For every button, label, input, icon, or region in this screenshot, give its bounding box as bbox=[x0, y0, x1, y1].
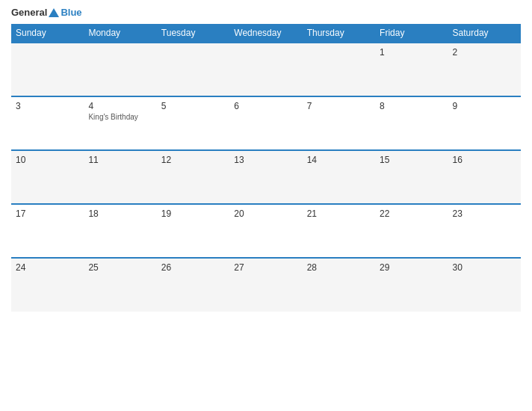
calendar-cell bbox=[11, 43, 84, 96]
calendar-cell: 5 bbox=[157, 96, 229, 150]
calendar-cell: 17 bbox=[11, 204, 84, 258]
calendar-cell: 25 bbox=[84, 258, 156, 312]
day-number: 18 bbox=[88, 208, 152, 219]
calendar-cell: 29 bbox=[375, 258, 448, 312]
day-header-sunday: Sunday bbox=[11, 24, 84, 43]
calendar-cell: 18 bbox=[84, 204, 156, 258]
calendar-cell bbox=[303, 43, 375, 96]
week-row-5: 24252627282930 bbox=[11, 258, 521, 312]
calendar-cell: 16 bbox=[448, 150, 521, 204]
day-number: 12 bbox=[161, 155, 225, 165]
day-header-saturday: Saturday bbox=[448, 24, 521, 43]
calendar-cell: 28 bbox=[303, 258, 375, 312]
calendar-cell: 19 bbox=[157, 204, 229, 258]
day-header-wednesday: Wednesday bbox=[229, 24, 302, 43]
day-number: 4 bbox=[88, 101, 152, 111]
calendar-cell: 4King's Birthday bbox=[84, 96, 156, 150]
holiday-label: King's Birthday bbox=[88, 113, 152, 121]
day-number: 5 bbox=[161, 101, 225, 111]
day-number: 30 bbox=[453, 262, 516, 273]
day-number: 19 bbox=[161, 208, 225, 219]
logo-general-text: General bbox=[11, 7, 47, 18]
day-number: 23 bbox=[453, 208, 516, 219]
calendar-cell: 20 bbox=[229, 204, 302, 258]
day-number: 9 bbox=[453, 101, 516, 111]
calendar-cell: 9 bbox=[448, 96, 521, 150]
day-number: 7 bbox=[307, 101, 371, 111]
day-number: 20 bbox=[234, 208, 297, 219]
calendar-cell: 15 bbox=[375, 150, 448, 204]
calendar-cell: 12 bbox=[157, 150, 229, 204]
calendar-cell: 10 bbox=[11, 150, 84, 204]
calendar-cell: 23 bbox=[448, 204, 521, 258]
day-number: 6 bbox=[234, 101, 297, 111]
calendar-cell: 21 bbox=[303, 204, 375, 258]
day-header-monday: Monday bbox=[84, 24, 156, 43]
day-number: 17 bbox=[16, 208, 79, 219]
logo-blue-text: Blue bbox=[61, 7, 81, 18]
calendar-cell: 13 bbox=[229, 150, 302, 204]
day-number: 21 bbox=[307, 208, 371, 219]
calendar-header: GeneralBlue bbox=[11, 7, 521, 18]
week-row-4: 17181920212223 bbox=[11, 204, 521, 258]
calendar-cell: 8 bbox=[375, 96, 448, 150]
calendar-header-row: SundayMondayTuesdayWednesdayThursdayFrid… bbox=[11, 24, 521, 43]
day-number: 16 bbox=[453, 155, 516, 165]
day-header-tuesday: Tuesday bbox=[157, 24, 229, 43]
days-of-week-row: SundayMondayTuesdayWednesdayThursdayFrid… bbox=[11, 24, 521, 43]
calendar-cell bbox=[157, 43, 229, 96]
calendar-cell: 14 bbox=[303, 150, 375, 204]
calendar-cell: 6 bbox=[229, 96, 302, 150]
calendar-body: 1234King's Birthday567891011121314151617… bbox=[11, 43, 521, 312]
logo-triangle-icon bbox=[49, 8, 59, 17]
day-number: 1 bbox=[380, 47, 443, 58]
day-number: 28 bbox=[307, 262, 371, 273]
calendar-cell: 26 bbox=[157, 258, 229, 312]
day-header-friday: Friday bbox=[375, 24, 448, 43]
day-number: 22 bbox=[380, 208, 443, 219]
calendar-cell: 7 bbox=[303, 96, 375, 150]
day-number: 11 bbox=[88, 155, 152, 165]
calendar-grid: SundayMondayTuesdayWednesdayThursdayFrid… bbox=[11, 24, 521, 312]
day-number: 14 bbox=[307, 155, 371, 165]
day-number: 25 bbox=[88, 262, 152, 273]
week-row-2: 34King's Birthday56789 bbox=[11, 96, 521, 150]
day-number: 10 bbox=[16, 155, 79, 165]
calendar-cell: 2 bbox=[448, 43, 521, 96]
calendar-cell: 11 bbox=[84, 150, 156, 204]
calendar-cell bbox=[229, 43, 302, 96]
calendar-cell: 30 bbox=[448, 258, 521, 312]
week-row-1: 12 bbox=[11, 43, 521, 96]
calendar-container: GeneralBlue SundayMondayTuesdayWednesday… bbox=[0, 0, 532, 411]
day-number: 15 bbox=[380, 155, 443, 165]
day-number: 26 bbox=[161, 262, 225, 273]
day-number: 13 bbox=[234, 155, 297, 165]
calendar-cell: 3 bbox=[11, 96, 84, 150]
logo: GeneralBlue bbox=[11, 7, 82, 18]
calendar-cell: 1 bbox=[375, 43, 448, 96]
day-number: 24 bbox=[16, 262, 79, 273]
day-number: 29 bbox=[380, 262, 443, 273]
day-header-thursday: Thursday bbox=[303, 24, 375, 43]
day-number: 3 bbox=[16, 101, 79, 111]
day-number: 8 bbox=[380, 101, 443, 111]
day-number: 2 bbox=[453, 47, 516, 58]
calendar-cell bbox=[84, 43, 156, 96]
calendar-cell: 24 bbox=[11, 258, 84, 312]
calendar-cell: 27 bbox=[229, 258, 302, 312]
calendar-cell: 22 bbox=[375, 204, 448, 258]
day-number: 27 bbox=[234, 262, 297, 273]
week-row-3: 10111213141516 bbox=[11, 150, 521, 204]
